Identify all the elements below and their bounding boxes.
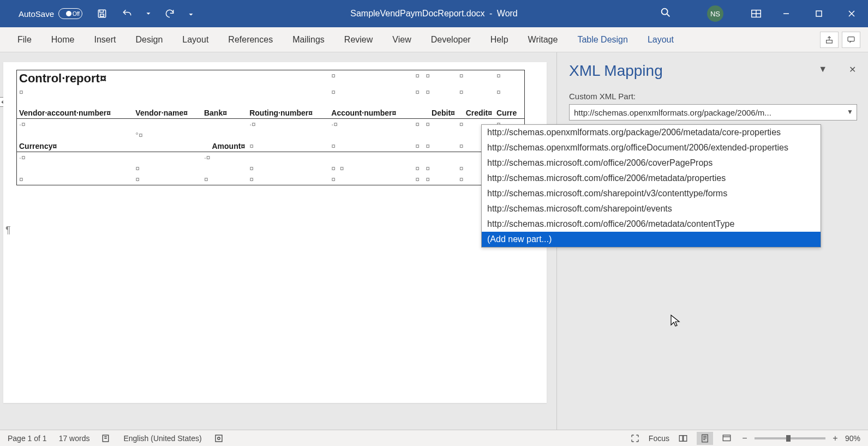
focus-mode-button[interactable]: [627, 432, 643, 445]
app-name: Word: [497, 9, 518, 18]
col-routing: Routing·number¤: [247, 107, 329, 119]
tab-mailings[interactable]: Mailings: [283, 27, 334, 52]
svg-rect-1: [100, 14, 104, 16]
tab-references[interactable]: References: [218, 27, 283, 52]
title-separator: -: [489, 9, 492, 18]
user-avatar[interactable]: NS: [707, 5, 723, 22]
svg-rect-8: [215, 435, 222, 442]
language-indicator[interactable]: English (United States): [123, 434, 201, 443]
autosave-state: Off: [73, 11, 80, 17]
ribbon-tabs: File Home Insert Design Layout Reference…: [0, 27, 868, 52]
autosave-label: AutoSave: [19, 9, 54, 19]
dropdown-item[interactable]: http://schemas.openxmlformats.org/office…: [482, 140, 821, 155]
col-account: Account·number¤: [329, 107, 413, 119]
svg-rect-10: [702, 435, 708, 442]
tab-review[interactable]: Review: [334, 27, 382, 52]
document-canvas[interactable]: ✥ ¶ Control·report¤ ¤¤¤¤¤ ¤ ¤¤¤¤¤ Vendor…: [0, 52, 556, 430]
doc-filename: SampleVendPaymDocReport.docx: [350, 9, 484, 18]
zoom-thumb[interactable]: [786, 435, 791, 442]
pane-options-button[interactable]: ▼: [818, 64, 827, 75]
comments-button[interactable]: [842, 32, 860, 48]
autosave-toggle[interactable]: AutoSave Off: [19, 8, 82, 19]
tab-writage[interactable]: Writage: [518, 27, 568, 52]
svg-rect-5: [827, 40, 833, 43]
zoom-level[interactable]: 90%: [845, 434, 860, 443]
svg-point-2: [662, 9, 668, 15]
dropdown-item[interactable]: http://schemas.microsoft.com/sharepoint/…: [482, 201, 821, 216]
pane-title: XML Mapping: [569, 62, 857, 80]
dropdown-item[interactable]: http://schemas.openxmlformats.org/packag…: [482, 125, 821, 140]
col-bank: Bank¤: [202, 107, 247, 119]
custom-xml-part-label: Custom XML Part:: [569, 92, 857, 101]
tab-table-design[interactable]: Table Design: [567, 27, 638, 52]
quick-access-toolbar: [94, 6, 195, 21]
dropdown-item[interactable]: http://schemas.microsoft.com/office/2006…: [482, 155, 821, 171]
dropdown-item-add-new[interactable]: (Add new part...): [482, 232, 821, 247]
col-currency-cut: Curre: [494, 107, 524, 119]
status-bar: Page 1 of 1 17 words English (United Sta…: [0, 430, 868, 446]
zoom-slider[interactable]: [755, 437, 825, 439]
tab-design[interactable]: Design: [125, 27, 172, 52]
tab-file[interactable]: File: [8, 27, 41, 52]
tab-insert[interactable]: Insert: [84, 27, 125, 52]
col-debit: Debit¤: [423, 107, 457, 119]
custom-xml-part-combo[interactable]: http://schemas.openxmlformats.org/packag…: [569, 104, 857, 120]
close-button[interactable]: [835, 0, 868, 27]
document-table[interactable]: Control·report¤ ¤¤¤¤¤ ¤ ¤¤¤¤¤ Vendor·acc…: [17, 70, 524, 185]
zoom-in-button[interactable]: +: [831, 433, 840, 443]
col-credit: Credit¤: [457, 107, 494, 119]
col-vendor-name: Vendor·name¤: [133, 107, 202, 119]
redo-button[interactable]: [162, 6, 177, 21]
spellcheck-button[interactable]: [101, 433, 111, 443]
svg-rect-6: [848, 37, 854, 41]
zoom-out-button[interactable]: −: [740, 433, 749, 443]
dropdown-item[interactable]: http://schemas.microsoft.com/office/2006…: [482, 171, 821, 186]
report-title: Control·report¤: [17, 70, 329, 87]
autosave-switch[interactable]: Off: [58, 8, 82, 19]
col-vendor-account: Vendor·account·number¤: [17, 107, 133, 119]
search-button[interactable]: [660, 7, 672, 21]
title-bar: AutoSave Off SampleVendPaymDocReport.doc…: [0, 0, 868, 27]
read-mode-button[interactable]: [675, 432, 691, 445]
tab-table-layout[interactable]: Layout: [638, 27, 684, 52]
web-layout-button[interactable]: [719, 432, 735, 445]
ribbon-display-options[interactable]: [743, 0, 770, 27]
svg-rect-11: [723, 435, 731, 441]
minimize-button[interactable]: [770, 0, 803, 27]
col-amount: Amount¤: [202, 141, 247, 152]
macro-button[interactable]: [214, 433, 224, 443]
maximize-button[interactable]: [803, 0, 835, 27]
undo-dropdown[interactable]: [145, 6, 152, 21]
word-count[interactable]: 17 words: [59, 434, 90, 443]
pane-close-button[interactable]: ✕: [849, 64, 856, 75]
xml-part-dropdown[interactable]: http://schemas.openxmlformats.org/packag…: [481, 124, 821, 248]
dropdown-item[interactable]: http://schemas.microsoft.com/sharepoint/…: [482, 186, 821, 201]
cursor-icon: [670, 314, 681, 330]
share-button[interactable]: [820, 32, 839, 48]
svg-point-9: [217, 437, 220, 439]
end-paragraph-mark: ¶: [5, 225, 11, 236]
page-indicator[interactable]: Page 1 of 1: [8, 434, 47, 443]
col-currency: Currency¤: [17, 141, 133, 152]
combo-value: http://schemas.openxmlformats.org/packag…: [574, 108, 771, 117]
document-page: Control·report¤ ¤¤¤¤¤ ¤ ¤¤¤¤¤ Vendor·acc…: [3, 62, 547, 403]
user-initials: NS: [710, 10, 720, 18]
window-controls: [770, 0, 868, 27]
qat-customize[interactable]: [187, 6, 195, 21]
undo-button[interactable]: [119, 6, 135, 21]
ribbon-right-controls: [820, 32, 860, 48]
tab-layout[interactable]: Layout: [172, 27, 218, 52]
print-layout-button[interactable]: [697, 432, 713, 445]
dropdown-item[interactable]: http://schemas.microsoft.com/office/2006…: [482, 216, 821, 232]
tab-developer[interactable]: Developer: [421, 27, 481, 52]
focus-label[interactable]: Focus: [649, 434, 669, 443]
tab-home[interactable]: Home: [41, 27, 85, 52]
document-title: SampleVendPaymDocReport.docx - Word: [350, 9, 518, 19]
tab-help[interactable]: Help: [481, 27, 518, 52]
svg-rect-4: [816, 11, 822, 16]
toggle-knob: [66, 11, 71, 16]
chevron-down-icon: ▼: [847, 108, 853, 116]
tab-view[interactable]: View: [382, 27, 421, 52]
save-button[interactable]: [94, 6, 110, 21]
